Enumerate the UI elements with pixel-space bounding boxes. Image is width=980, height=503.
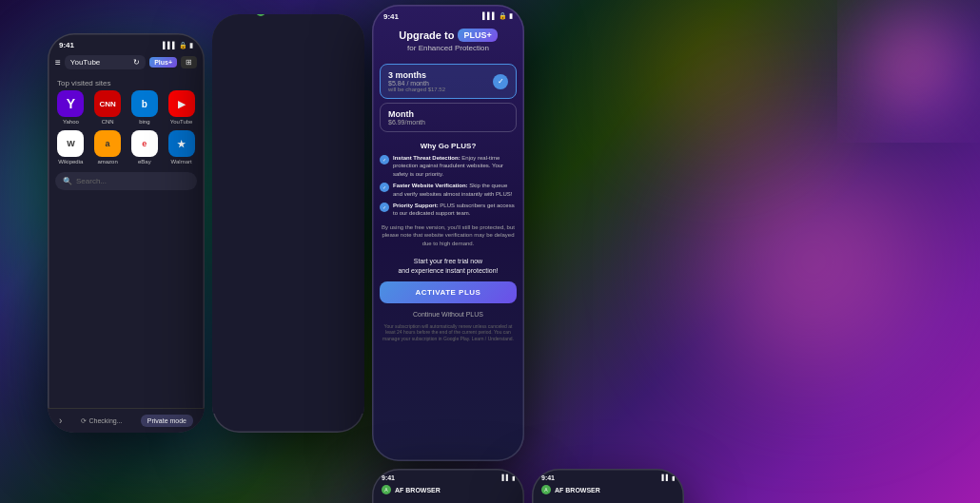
upgrade-title-row: Upgrade to PLUS+ [382,29,515,42]
signal-icon: ▌▌▌ [482,12,497,21]
site-yahoo[interactable]: Y Yahoo [55,90,87,125]
bottom-phones-row: 9:41 ▌▌ ▮ A AF BROWSER AF Browser Protec… [372,469,684,503]
plan-price: $5.84 / month [388,80,445,87]
private-mode-button[interactable]: Private mode [141,415,193,427]
walmart-icon: ★ [168,130,195,157]
wikipedia-label: Wikipedia [58,159,83,164]
plan-3months[interactable]: 3 months $5.84 / month will be charged $… [380,64,517,99]
plus-badge-large: PLUS+ [458,29,497,42]
amazon-label: amazon [97,159,117,164]
upgrade-subtitle: for Enhanced Protection [382,44,515,52]
plus-badge[interactable]: Plus+ [149,57,177,68]
upgrade-text: Upgrade to [399,29,454,41]
feature-check-icon: ✓ [380,203,389,212]
battery-icon: ▮ [509,12,513,21]
phone5-brand: AF BROWSER [555,487,600,493]
why-plus-title: Why Go PLUS? [372,136,524,152]
phone4-brand-bar: A AF BROWSER [372,483,524,498]
phone2-footer: Terms of use Privacy policy A AF BROWSER [212,14,364,414]
brand-name: AF BROWSER [269,14,322,16]
plan-month-label: Month [388,109,425,119]
search-bar[interactable]: 🔍 Search... [55,172,197,190]
url-bar[interactable]: YouTube ↻ [65,55,146,69]
site-ebay[interactable]: e eBay [129,130,161,164]
checking-label: Checking... [89,417,123,424]
phone5-brand-bar: A AF BROWSER [532,483,684,498]
bing-icon: b [131,90,158,117]
amazon-icon: a [94,130,121,157]
phone1-time: 9:41 [59,41,74,49]
checking-text: ⟳ Checking... [81,417,123,425]
site-wikipedia[interactable]: W Wikipedia [55,130,87,164]
phone4-status-bar: 9:41 ▌▌ ▮ [372,469,524,483]
phone1-bottom-bar: › ⟳ Checking... Private mode [48,408,205,433]
battery-icon: ▮ [672,474,675,481]
site-walmart[interactable]: ★ Walmart [166,130,197,164]
plan-3months-info: 3 months $5.84 / month will be charged $… [388,70,445,92]
youtube-label: YouTube [170,119,193,125]
site-cnn[interactable]: CNN CNN [92,90,124,125]
phone4-time: 9:41 [382,474,395,481]
search-icon: 🔍 [63,177,72,185]
ebay-icon: e [131,130,158,157]
phone-menu: 9:41 ▌▌▌ 🔒 ▮ ⚙ Settings › ⊙ Make 'AF Bro… [212,14,364,433]
tabs-count[interactable]: ⊞ [181,56,197,68]
site-youtube[interactable]: ▶ YouTube [166,90,197,125]
brand-icon: A [256,14,265,16]
url-text: YouTube [70,58,100,67]
site-bing[interactable]: b bing [129,90,161,125]
plan-charged: will be charged $17.52 [388,87,445,92]
walmart-label: Walmart [171,159,192,164]
phone-upgrade: 9:41 ▌▌▌ 🔒 ▮ Upgrade to PLUS+ for Enhanc… [372,5,524,461]
phone-protects: 9:41 ▌▌ ▮ A AF BROWSER AF Browser Protec… [372,469,524,503]
phone-browser-main: 9:41 ▌▌▌ 🔒 ▮ ≡ YouTube ↻ Plus+ ⊞ Top vis… [48,33,205,433]
phone3-status-bar: 9:41 ▌▌▌ 🔒 ▮ [372,5,524,25]
cnn-label: CNN [102,119,114,125]
yahoo-icon: Y [57,90,84,117]
phones-layout: 9:41 ▌▌▌ 🔒 ▮ ≡ YouTube ↻ Plus+ ⊞ Top vis… [48,5,684,503]
bing-label: bing [139,119,149,125]
plan-month-price: $6.99/month [388,119,425,126]
wifi-icon: 🔒 [499,12,507,21]
protects-title: AF Browser Protects You [372,498,524,503]
plan-month[interactable]: Month $6.99/month [380,103,517,132]
trial-text: Start your free trial now and experience… [372,251,524,278]
activate-button[interactable]: ACTIVATE PLUS [380,281,517,303]
trial-line2: and experience instant protection! [380,266,517,276]
plan-check-icon: ✓ [493,74,508,89]
phone3-time: 9:41 [383,12,399,21]
wifi-icon: 🔒 [179,42,187,49]
continue-link[interactable]: Continue Without PLUS [372,307,524,321]
af-browser-brand: A AF BROWSER [212,14,364,16]
site-amazon[interactable]: a amazon [92,130,124,164]
phone3-status-icons: ▌▌▌ 🔒 ▮ [482,12,513,21]
signal-icon: ▌▌▌ [163,42,177,48]
feature-support-text: Priority Support: PLUS subscribers get a… [393,202,517,218]
yahoo-label: Yahoo [63,119,79,125]
trial-line1: Start your free trial now [380,257,517,266]
phone4-status-icons: ▌▌ ▮ [501,474,515,481]
feature-threat-text: Instant Threat Detection: Enjoy real-tim… [393,154,517,178]
feature-verification-text: Faster Website Verification: Skip the qu… [393,182,517,198]
phone1-status-bar: 9:41 ▌▌▌ 🔒 ▮ [48,33,205,51]
battery-icon: ▮ [512,474,515,481]
refresh-icon[interactable]: ↻ [133,58,140,67]
top-right-decoration [837,0,980,143]
phone5-status-bar: 9:41 ▌▌ ▮ [532,469,684,483]
get-protection-title: Get Wide Protection [532,498,684,503]
feature-check-icon: ✓ [380,155,389,164]
back-icon[interactable]: › [59,416,62,426]
youtube-icon: ▶ [168,90,195,117]
bg-decoration-pink [695,143,932,380]
feature-verification: ✓ Faster Website Verification: Skip the … [372,180,524,200]
phone4-brand: AF BROWSER [395,487,441,493]
phone1-status-icons: ▌▌▌ 🔒 ▮ [163,42,193,49]
fine-print: Your subscription will automatically ren… [372,321,524,346]
signal-icon: ▌▌ [661,474,670,481]
feature-threat: ✓ Instant Threat Detection: Enjoy real-t… [372,152,524,180]
phone1-browser-bar: ≡ YouTube ↻ Plus+ ⊞ [48,51,205,73]
hamburger-icon[interactable]: ≡ [55,57,61,68]
battery-icon: ▮ [189,42,193,49]
brand-icon: A [541,485,551,494]
upgrade-header: Upgrade to PLUS+ for Enhanced Protection [372,25,524,60]
